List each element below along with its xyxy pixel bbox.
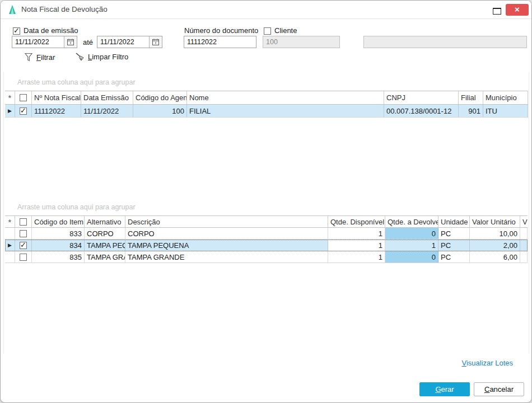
calendar-icon[interactable] [149, 36, 162, 48]
client-filter-label: Cliente [274, 26, 297, 35]
cell-valor-unitario[interactable]: 6,00 [470, 251, 520, 263]
generate-button[interactable]: Gerar [419, 382, 470, 396]
cell-valor-unitario[interactable]: 2,00 [470, 240, 520, 251]
cell-codigo-item[interactable]: 833 [32, 228, 85, 239]
cell-nota-fiscal[interactable]: 11112022 [32, 105, 81, 117]
date-from-field[interactable]: 11/11/2022 [12, 36, 77, 48]
column-header[interactable]: Código do Agente [133, 91, 187, 104]
row-checkbox-cell[interactable] [15, 240, 32, 251]
date-from-value[interactable]: 11/11/2022 [12, 38, 64, 46]
clear-filter-button[interactable]: Limpar Filtro [75, 52, 128, 62]
invoices-grid: * Nº Nota Fiscal Data Emissão Código do … [5, 91, 528, 118]
header-checkbox-cell[interactable] [15, 91, 32, 104]
cell-qtde-devolver[interactable]: 1 [385, 240, 438, 251]
date-to-field[interactable]: 11/11/2022 [97, 36, 162, 48]
document-number-label: Número do documento [184, 26, 258, 35]
row-indicator-icon: ▶ [5, 240, 15, 251]
table-row[interactable]: ▶ 11112022 11/11/2022 100 FILIAL 00.007.… [5, 105, 528, 118]
cell-unidade[interactable]: PC [438, 228, 470, 239]
close-icon[interactable]: × [506, 4, 529, 16]
cell-qtde-devolver[interactable]: 0 [385, 251, 438, 263]
column-header[interactable]: Município [483, 91, 528, 104]
row-checkbox[interactable] [20, 230, 27, 237]
row-indicator-cell [5, 251, 15, 263]
maximize-icon[interactable] [493, 8, 501, 15]
row-checkbox[interactable] [20, 107, 27, 115]
title-bar: Nota Fiscal de Devolução × [1, 1, 531, 19]
cell-qtde-disponivel[interactable]: 1 [328, 240, 385, 251]
table-row[interactable]: 835 TAMPA GRANDE TAMPA GRANDE 1 0 PC 6,0… [5, 251, 528, 263]
client-code-value: 100 [263, 38, 339, 46]
client-filter-checkbox[interactable] [264, 27, 271, 35]
cell-descricao[interactable]: CORPO [125, 228, 328, 239]
cell-partial [520, 228, 528, 239]
row-checkbox-cell[interactable] [15, 105, 32, 117]
cell-qtde-disponivel[interactable]: 1 [328, 251, 385, 263]
cell-alternativo[interactable]: TAMPA PEQUENA [85, 240, 125, 251]
cell-codigo-item[interactable]: 834 [32, 240, 85, 251]
view-lots-link[interactable]: Visualizar Lotes [461, 359, 513, 367]
cancel-button[interactable]: Cancelar [474, 382, 524, 396]
select-all-checkbox[interactable] [20, 218, 27, 226]
table-row[interactable]: 833 CORPO CORPO 1 0 PC 10,00 [5, 228, 528, 240]
column-header[interactable]: Nº Nota Fiscal [32, 91, 81, 104]
row-checkbox[interactable] [20, 254, 27, 261]
date-to-value[interactable]: 11/11/2022 [97, 38, 149, 46]
row-checkbox-cell[interactable] [15, 251, 32, 263]
column-header[interactable]: Descrição [125, 216, 328, 227]
row-indicator-icon: ▶ [5, 105, 15, 117]
invoices-grid-header: * Nº Nota Fiscal Data Emissão Código do … [5, 91, 528, 105]
filter-button-label: Filtrar [36, 53, 55, 62]
column-header-partial[interactable]: V [520, 216, 528, 227]
funnel-icon [24, 53, 33, 62]
column-header[interactable]: Data Emissão [81, 91, 133, 104]
row-checkbox-cell[interactable] [15, 228, 32, 239]
column-header[interactable]: CNPJ [384, 91, 459, 104]
items-grid-header: * Código do Item Alternativo Descrição Q… [5, 215, 528, 228]
date-filter-checkbox[interactable] [13, 27, 20, 35]
cell-alternativo[interactable]: TAMPA GRANDE [85, 251, 125, 263]
cell-partial [520, 240, 528, 251]
column-header[interactable]: Qtde. a Devolver [385, 216, 438, 227]
cell-codigo-item[interactable]: 835 [32, 251, 85, 263]
cell-municipio[interactable]: ITU [483, 105, 528, 117]
row-indicator-cell [5, 228, 15, 239]
cell-qtde-disponivel[interactable]: 1 [328, 228, 385, 239]
document-number-field[interactable]: 11112022 [184, 36, 256, 48]
cell-filial[interactable]: 901 [459, 105, 483, 117]
clear-filter-button-label: Limpar Filtro [88, 53, 128, 61]
cell-qtde-devolver[interactable]: 0 [385, 228, 438, 239]
group-by-hint-invoices: Arraste uma coluna aqui para agrupar [17, 78, 136, 86]
cell-nome[interactable]: FILIAL [187, 105, 384, 117]
table-row[interactable]: ▶ 834 TAMPA PEQUENA TAMPA PEQUENA 1 1 PC… [5, 240, 528, 251]
column-header[interactable]: Unidade [438, 216, 470, 227]
select-all-checkbox[interactable] [20, 94, 27, 101]
column-header[interactable]: Qtde. Disponível [328, 216, 385, 227]
filter-button[interactable]: Filtrar [24, 53, 55, 62]
cell-descricao[interactable]: TAMPA PEQUENA [125, 240, 328, 251]
row-checkbox[interactable] [20, 242, 27, 249]
cell-descricao[interactable]: TAMPA GRANDE [125, 251, 328, 263]
column-header[interactable]: Alternativo [85, 216, 125, 227]
generate-button-label: Gerar [435, 385, 454, 393]
cell-alternativo[interactable]: CORPO [85, 228, 125, 239]
select-all-asterisk-icon[interactable]: * [5, 91, 15, 104]
column-header[interactable]: Nome [187, 91, 384, 104]
cancel-button-label: Cancelar [484, 385, 514, 393]
group-by-hint-items: Arraste uma coluna aqui para agrupar [17, 203, 136, 211]
column-header[interactable]: Código do Item [32, 216, 85, 227]
cell-unidade[interactable]: PC [438, 240, 470, 251]
cell-codigo-agente[interactable]: 100 [133, 105, 187, 117]
column-header[interactable]: Filial [459, 91, 483, 104]
cell-partial [520, 251, 528, 263]
cell-unidade[interactable]: PC [438, 251, 470, 263]
select-all-asterisk-icon[interactable]: * [5, 216, 15, 227]
client-code-field: 100 [263, 36, 340, 48]
header-checkbox-cell[interactable] [15, 216, 32, 227]
document-number-value[interactable]: 11112022 [184, 38, 256, 46]
cell-valor-unitario[interactable]: 10,00 [470, 228, 520, 239]
cell-cnpj[interactable]: 00.007.138/0001-12 [384, 105, 459, 117]
column-header[interactable]: Valor Unitário [470, 216, 520, 227]
cell-data-emissao[interactable]: 11/11/2022 [81, 105, 133, 117]
calendar-icon[interactable] [64, 36, 77, 48]
